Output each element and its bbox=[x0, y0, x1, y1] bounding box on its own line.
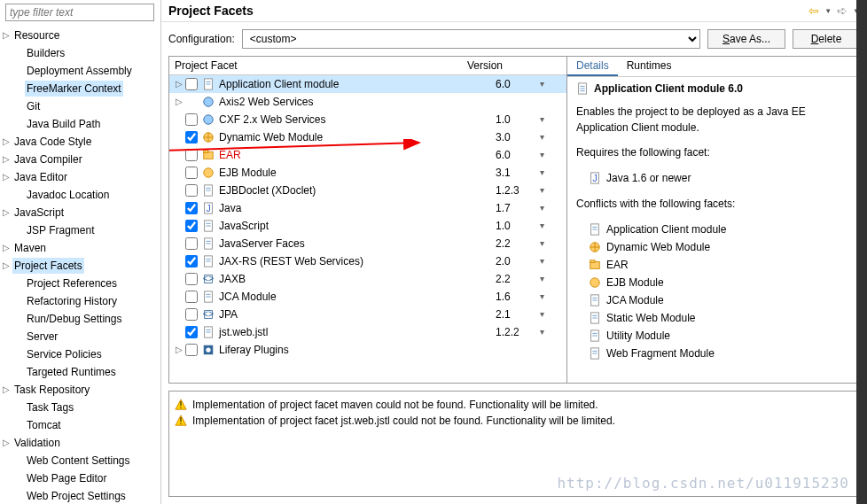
tree-item[interactable]: FreeMarker Context bbox=[0, 80, 160, 97]
facet-checkbox[interactable] bbox=[185, 78, 198, 90]
save-as-button[interactable]: Save As... bbox=[707, 29, 785, 49]
doc-icon bbox=[201, 325, 215, 339]
tree-item[interactable]: Builders bbox=[0, 44, 160, 62]
tree-item[interactable]: JSP Fragment bbox=[0, 221, 160, 239]
version-dd-icon[interactable]: ▾ bbox=[540, 218, 549, 234]
facet-checkbox[interactable] bbox=[185, 291, 198, 303]
tree-item[interactable]: ▷Maven bbox=[0, 239, 160, 257]
facet-checkbox[interactable] bbox=[185, 131, 198, 143]
facet-row[interactable]: <>JAXB2.2▾ bbox=[169, 270, 566, 288]
facet-row[interactable]: EAR6.0▾ bbox=[169, 146, 566, 164]
facet-checkbox[interactable] bbox=[185, 202, 198, 214]
facet-checkbox[interactable] bbox=[185, 149, 198, 161]
nav-tree[interactable]: ▷ResourceBuildersDeployment AssemblyFree… bbox=[0, 25, 160, 504]
tree-item[interactable]: Refactoring History bbox=[0, 292, 160, 310]
tree-item[interactable]: Web Project Settings bbox=[0, 487, 160, 504]
tab-runtimes[interactable]: Runtimes bbox=[618, 57, 681, 76]
back-dd-icon[interactable]: ▼ bbox=[824, 7, 832, 15]
warning-icon: ! bbox=[175, 415, 187, 427]
facet-row[interactable]: JAX-RS (REST Web Services)2.0▾ bbox=[169, 252, 566, 270]
tree-item[interactable]: Project References bbox=[0, 275, 160, 292]
version-dd-icon[interactable]: ▾ bbox=[540, 324, 549, 340]
version-dd-icon[interactable]: ▾ bbox=[540, 236, 549, 252]
facet-row[interactable]: JavaScript1.0▾ bbox=[169, 217, 566, 235]
tree-item[interactable]: Git bbox=[0, 97, 160, 115]
facet-checkbox[interactable] bbox=[185, 184, 198, 197]
facet-checkbox[interactable] bbox=[185, 344, 198, 356]
tree-item[interactable]: Deployment Assembly bbox=[0, 62, 160, 80]
version-dd-icon[interactable]: ▾ bbox=[540, 289, 549, 305]
tree-item[interactable]: Web Content Settings bbox=[0, 452, 160, 469]
tree-item[interactable]: Java Build Path bbox=[0, 115, 160, 133]
facet-name: EJB Module bbox=[219, 165, 496, 181]
facet-checkbox[interactable] bbox=[185, 167, 198, 179]
version-dd-icon[interactable]: ▾ bbox=[540, 147, 549, 163]
facet-row[interactable]: JCA Module1.6▾ bbox=[169, 288, 566, 306]
tree-item[interactable]: Task Tags bbox=[0, 399, 160, 416]
tree-item[interactable]: ▷Task Repository bbox=[0, 381, 160, 399]
tree-item[interactable]: Tomcat bbox=[0, 416, 160, 434]
caret-icon: ▷ bbox=[0, 169, 12, 185]
version-dd-icon[interactable]: ▾ bbox=[540, 112, 549, 128]
facet-checkbox[interactable] bbox=[185, 113, 198, 126]
tree-item[interactable]: ▷Java Code Style bbox=[0, 133, 160, 151]
warning-panel: !Implementation of project facet maven c… bbox=[168, 391, 860, 497]
facet-row[interactable]: EJBDoclet (XDoclet)1.2.3▾ bbox=[169, 182, 566, 199]
col-facet[interactable]: Project Facet bbox=[175, 59, 467, 72]
tree-item[interactable]: Run/Debug Settings bbox=[0, 310, 160, 328]
tree-item[interactable]: ▷Validation bbox=[0, 434, 160, 452]
version-dd-icon[interactable]: ▾ bbox=[540, 76, 549, 92]
facet-row[interactable]: ▷Axis2 Web Services bbox=[169, 93, 566, 111]
version-dd-icon[interactable]: ▾ bbox=[540, 182, 549, 198]
facet-name: JAXB bbox=[219, 271, 496, 287]
tree-item[interactable]: ▷Java Editor bbox=[0, 168, 160, 186]
facet-checkbox[interactable] bbox=[185, 308, 198, 321]
col-version[interactable]: Version bbox=[467, 59, 538, 72]
tree-item[interactable]: Service Policies bbox=[0, 345, 160, 363]
doc-icon bbox=[589, 223, 601, 236]
version-dd-icon[interactable]: ▾ bbox=[540, 306, 549, 322]
tree-item[interactable]: ▷Resource bbox=[0, 27, 160, 44]
svg-point-36 bbox=[206, 347, 210, 352]
tree-item[interactable]: ▷Java Compiler bbox=[0, 151, 160, 168]
tab-details[interactable]: Details bbox=[567, 57, 618, 76]
facet-row[interactable]: ▷Application Client module6.0▾ bbox=[169, 75, 566, 93]
facet-row[interactable]: JJava1.7▾ bbox=[169, 199, 566, 217]
facet-checkbox[interactable] bbox=[185, 255, 198, 268]
facet-row[interactable]: jst.web.jstl1.2.2▾ bbox=[169, 323, 566, 341]
facet-checkbox[interactable] bbox=[185, 326, 198, 338]
fwd-arrow-icon[interactable]: ➪ bbox=[837, 4, 847, 18]
config-select[interactable]: <custom> bbox=[242, 29, 700, 49]
facet-list[interactable]: ▷Application Client module6.0▾▷Axis2 Web… bbox=[169, 75, 566, 383]
facet-version: 6.0 bbox=[496, 147, 540, 163]
version-dd-icon[interactable]: ▾ bbox=[540, 253, 549, 269]
tree-item[interactable]: ▷Project Facets bbox=[0, 257, 160, 275]
version-dd-icon[interactable]: ▾ bbox=[540, 165, 549, 181]
facet-row[interactable]: Dynamic Web Module3.0▾ bbox=[169, 128, 566, 146]
version-dd-icon[interactable]: ▾ bbox=[540, 271, 549, 287]
tree-item[interactable]: Targeted Runtimes bbox=[0, 363, 160, 381]
version-dd-icon[interactable]: ▾ bbox=[540, 200, 549, 216]
facet-row[interactable]: ▷Liferay Plugins bbox=[169, 341, 566, 359]
facet-checkbox[interactable] bbox=[185, 273, 198, 285]
facet-version: 1.0 bbox=[496, 218, 540, 234]
tree-item[interactable]: Web Page Editor bbox=[0, 469, 160, 487]
facet-name: JAX-RS (REST Web Services) bbox=[219, 253, 496, 269]
tree-item[interactable]: Javadoc Location bbox=[0, 186, 160, 204]
version-dd-icon[interactable]: ▾ bbox=[540, 129, 549, 145]
lr-icon bbox=[201, 343, 215, 357]
delete-button[interactable]: Delete bbox=[793, 29, 860, 49]
svg-text:J: J bbox=[592, 173, 597, 183]
facet-checkbox[interactable] bbox=[185, 237, 198, 250]
facet-version: 1.6 bbox=[496, 289, 540, 305]
facet-name: Axis2 Web Services bbox=[219, 94, 496, 110]
tree-item[interactable]: ▷JavaScript bbox=[0, 204, 160, 221]
back-arrow-icon[interactable]: ⇦ bbox=[808, 4, 819, 18]
facet-row[interactable]: EJB Module3.1▾ bbox=[169, 164, 566, 182]
facet-row[interactable]: CXF 2.x Web Services1.0▾ bbox=[169, 111, 566, 128]
facet-row[interactable]: JavaServer Faces2.2▾ bbox=[169, 235, 566, 252]
filter-input[interactable] bbox=[5, 4, 154, 21]
facet-checkbox[interactable] bbox=[185, 220, 198, 232]
tree-item[interactable]: Server bbox=[0, 328, 160, 345]
facet-row[interactable]: <>JPA2.1▾ bbox=[169, 306, 566, 323]
